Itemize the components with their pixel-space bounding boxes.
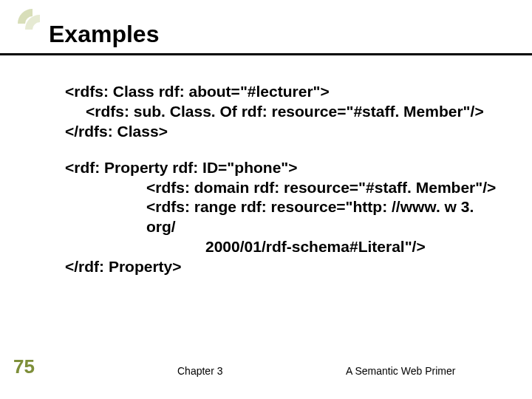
code-line: </rdfs: Class> (65, 122, 502, 142)
slide-number: 75 (13, 355, 35, 378)
title-area: Examples (44, 21, 502, 48)
code-line: <rdfs: sub. Class. Of rdf: resource="#st… (65, 102, 502, 122)
code-line: <rdfs: range rdf: resource="http: //www.… (65, 197, 502, 237)
code-line: <rdfs: Class rdf: about="#lecturer"> (65, 82, 502, 102)
code-block-2: <rdf: Property rdf: ID="phone"> <rdfs: d… (65, 158, 502, 277)
slide: Examples <rdfs: Class rdf: about="#lectu… (0, 0, 532, 399)
footer-book-title: A Semantic Web Primer (346, 365, 455, 377)
code-line: <rdfs: domain rdf: resource="#staff. Mem… (65, 178, 502, 198)
code-line: </rdf: Property> (65, 257, 502, 277)
code-line: 2000/01/rdf-schema#Literal"/> (65, 237, 502, 257)
slide-content: <rdfs: Class rdf: about="#lecturer"> <rd… (44, 82, 502, 277)
code-line: <rdf: Property rdf: ID="phone"> (65, 158, 502, 178)
code-block-1: <rdfs: Class rdf: about="#lecturer"> <rd… (65, 82, 502, 142)
slide-title: Examples (44, 21, 502, 48)
title-underline (0, 53, 532, 55)
footer-chapter: Chapter 3 (177, 365, 222, 377)
